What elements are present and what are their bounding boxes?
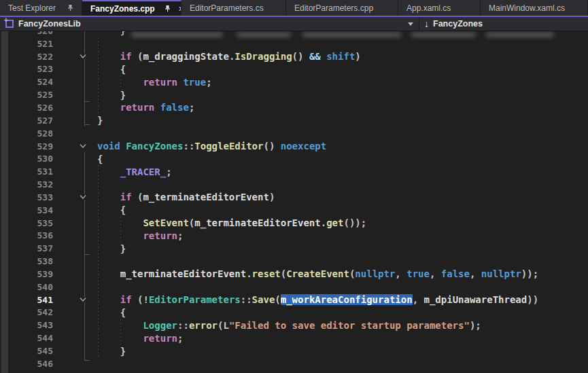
code-editor[interactable]: 520 }521522 if (m_draggingState.IsDraggi… [0,31,588,373]
fold-margin [53,306,90,319]
code-text: void FancyZones::ToggleEditor() noexcept [97,141,326,152]
chevron-down-icon [79,54,87,59]
code-line[interactable]: 532 [0,178,588,191]
fold-margin[interactable] [53,294,90,306]
code-line[interactable]: 543 Logger::error(L"Failed to save edito… [0,319,588,332]
fold-margin [53,242,90,255]
chevron-down-icon [79,143,87,149]
line-number: 539 [0,269,53,279]
code-text: return false; [97,102,194,113]
line-number: 530 [0,154,53,164]
fold-margin [53,230,90,243]
fold-margin [53,114,90,127]
cpp-project-icon [5,20,14,28]
code-text: _TRACER_; [97,166,172,177]
code-line[interactable]: 530{ [0,152,588,165]
code-line[interactable]: 535 SetEvent(m_terminateEditorEvent.get(… [0,217,588,230]
tab-label: EditorParameters.cs [190,3,264,13]
line-number: 536 [0,230,53,241]
fold-margin [53,178,90,191]
code-line[interactable]: 522 if (m_draggingState.IsDragging() && … [0,50,588,63]
line-number: 529 [0,141,53,152]
fold-margin [53,37,90,50]
code-text: { [97,307,126,318]
tab-editorparameters-cs[interactable]: EditorParameters.cs [181,0,286,16]
fold-margin [53,204,90,217]
code-line[interactable]: 541 if (!EditorParameters::Save(m_workAr… [0,294,588,306]
line-number: 535 [0,218,53,228]
line-number: 533 [0,192,53,202]
tab-app-xaml-cs[interactable]: App.xaml.cs [398,0,481,16]
code-line[interactable]: 539 m_terminateEditorEvent.reset(CreateE… [0,268,588,281]
code-text: { [97,205,126,215]
code-text: } [97,243,126,254]
member-dropdown[interactable]: ↓ FancyZones [419,18,483,29]
tab-test-explorer[interactable]: Test Explorer [0,0,82,16]
fold-margin [53,319,90,332]
fold-margin[interactable] [53,191,90,204]
code-line[interactable]: 542 { [0,306,588,319]
code-line[interactable]: 529 void FancyZones::ToggleEditor() noex… [0,140,588,153]
pin-icon[interactable] [65,3,75,13]
code-text: } [97,115,103,126]
line-number: 542 [0,307,53,317]
code-line[interactable]: 545 } [0,344,588,357]
line-number: 538 [0,256,53,266]
chevron-down-icon[interactable] [408,22,413,26]
line-number: 546 [0,359,53,369]
fold-margin [53,101,90,114]
line-number: 544 [0,333,53,343]
code-line[interactable]: 527} [0,114,588,127]
code-line[interactable]: 520 } [0,31,588,37]
fold-margin [53,75,90,88]
line-number: 520 [0,31,53,36]
tab-label: App.xaml.cs [407,3,451,13]
tab-label: Test Explorer [8,3,56,13]
code-line[interactable]: 544 return; [0,332,588,344]
chevron-down-icon [79,297,87,302]
line-number: 521 [0,39,53,49]
code-text: { [97,154,103,164]
code-line[interactable]: 525 } [0,88,588,101]
navigation-bar: FancyZonesLib ↓ FancyZones [0,17,588,31]
code-text: Logger::error(L"Failed to save editor st… [97,320,481,331]
pin-icon [67,4,74,12]
code-line[interactable]: 546 [0,357,588,370]
code-text: return true; [97,77,212,88]
fold-margin[interactable] [53,140,90,153]
code-text: } [97,90,126,101]
tab-mainwindow-xaml-cs[interactable]: MainWindow.xaml.cs [481,0,588,16]
code-line[interactable]: 538 [0,255,588,268]
code-line[interactable]: 536 return; [0,230,588,243]
code-line[interactable]: 531 _TRACER_; [0,165,588,178]
code-line[interactable]: 537 } [0,242,588,255]
code-text: } [97,346,126,357]
project-dropdown[interactable]: FancyZonesLib [0,19,408,29]
project-dropdown-label: FancyZonesLib [18,19,81,29]
code-text: } [97,31,126,36]
fold-margin [53,344,90,357]
code-line[interactable]: 526 return false; [0,101,588,114]
tab-fancyzones-cpp[interactable]: FancyZones.cpp × [82,0,181,16]
code-line[interactable]: 523 { [0,63,588,76]
line-number: 526 [0,103,53,113]
code-line[interactable]: 524 return true; [0,75,588,88]
code-line[interactable]: 533 if (m_terminateEditorEvent) [0,191,588,204]
code-line[interactable]: 528 [0,127,588,140]
line-number: 537 [0,243,53,253]
code-line[interactable]: 521 [0,37,588,50]
code-line[interactable]: 534 { [0,204,588,217]
fold-margin [53,63,90,76]
fold-margin [53,31,90,37]
fold-margin [53,332,90,344]
close-icon[interactable]: × [177,4,181,14]
code-text: if (!EditorParameters::Save(m_workAreaCo… [97,294,538,305]
code-line[interactable]: 540 [0,281,588,294]
tab-label: FancyZones.cpp [90,4,155,14]
pin-icon [164,5,171,12]
fold-margin[interactable] [53,50,90,63]
line-number: 531 [0,166,53,177]
tab-editorparameters-cpp[interactable]: EditorParameters.cpp [286,0,398,16]
pin-icon[interactable] [163,4,173,14]
line-number: 528 [0,128,53,139]
